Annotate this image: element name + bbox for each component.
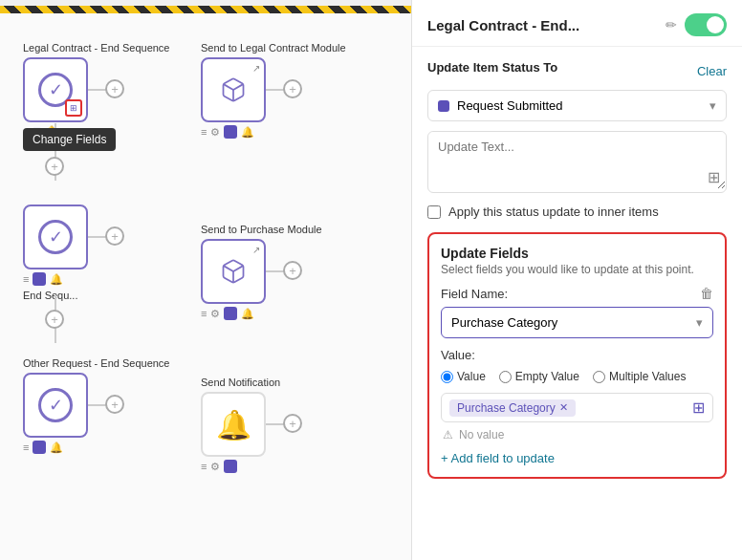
bell-icon-2[interactable]: 🔔 [50,273,63,286]
bell-node-icon: 🔔 [216,408,251,442]
settings-icon-5[interactable]: ⚙ [210,308,220,320]
field-name-dropdown[interactable]: Purchase Category ▾ [441,307,713,338]
toggle-knob [707,16,724,33]
bell-icon-3[interactable]: 🔔 [50,442,63,454]
node-label-1: Legal Contract - End Sequence [23,42,170,54]
filter-icon-4[interactable]: ≡ [201,126,207,138]
radio-group: Value Empty Value Multiple Values [441,370,713,383]
color-dot-4[interactable] [224,125,237,139]
status-value: Request Submitted [457,98,563,113]
color-dot-3[interactable] [33,441,46,454]
field-chevron-icon: ▾ [696,315,703,330]
connector-plus-6[interactable]: + [283,414,302,433]
check-icon-3: ✓ [38,388,73,422]
panel-title: Legal Contract - End... [427,17,658,33]
field-name-row: Field Name: 🗑 [441,286,713,301]
trash-icon[interactable]: 🗑 [700,286,713,301]
tag-chip: Purchase Category ✕ [449,399,576,417]
check-icon-2: ✓ [38,220,73,254]
bell-icon-5[interactable]: 🔔 [241,308,254,320]
edit-icon[interactable]: ✏ [666,17,677,32]
update-text-input[interactable] [428,132,726,189]
vplus-1[interactable]: + [45,157,64,176]
right-body: Update Item Status To Clear Request Subm… [412,47,742,560]
canvas-panel: Legal Contract - End Sequence ✓ ⊞ + ≡ ⊞ … [0,0,411,560]
settings-icon-6[interactable]: ⚙ [210,461,220,473]
canvas-area: Legal Contract - End Sequence ✓ ⊞ + ≡ ⊞ … [0,13,411,560]
no-value-row: ⚠ No value [441,428,713,442]
filter-icon-5[interactable]: ≡ [201,308,207,319]
expand-icon[interactable]: ⊞ [708,168,720,186]
settings-icon-4[interactable]: ⚙ [210,126,220,139]
node-group-6: Send Notification 🔔 + ≡ ⚙ [201,377,280,473]
add-field-link[interactable]: + Add field to update [441,451,713,465]
node-label-4: Send to Legal Contract Module [201,42,346,54]
bell-icon-4[interactable]: 🔔 [241,126,254,139]
toggle-switch[interactable] [685,13,727,36]
warning-stripe [0,6,411,13]
node-toolbar-3: ≡ 🔔 [23,441,169,454]
filter-icon-6[interactable]: ≡ [201,461,207,472]
radio-option-multiple[interactable]: Multiple Values [593,370,686,383]
node-group-3: Other Request - End Sequence ✓ + ≡ 🔔 [23,357,169,454]
change-fields-tooltip: Change Fields [23,128,116,151]
checkbox-row: Apply this status update to inner items [427,205,727,219]
value-label: Value: [441,348,713,362]
tag-close-icon[interactable]: ✕ [559,401,568,414]
update-fields-box: Update Fields Select fields you would li… [427,232,727,479]
field-name-value: Purchase Category [451,315,557,330]
node-box-3[interactable]: ✓ [23,373,88,438]
node-box-4[interactable]: ↗ [201,57,266,122]
update-fields-desc: Select fields you would like to update a… [441,263,713,276]
radio-input-empty[interactable] [499,371,512,383]
node-toolbar-4: ≡ ⚙ 🔔 [201,125,346,139]
connector-plus-5[interactable]: + [283,261,302,280]
clear-button[interactable]: Clear [697,64,727,78]
node-toolbar-5: ≡ ⚙ 🔔 [201,307,322,320]
module-icon-4 [220,76,247,103]
node-label-5: Send to Purchase Module [201,224,322,235]
radio-input-value[interactable] [441,371,453,383]
tag-input-row: Purchase Category ✕ ⊞ [441,393,713,422]
color-dot-6[interactable] [224,460,237,473]
node-label-6: Send Notification [201,377,280,388]
node-group-5: Send to Purchase Module ↗ + ≡ ⚙ 🔔 [201,224,322,320]
radio-label-multiple: Multiple Values [609,370,686,383]
right-panel: Legal Contract - End... ✏ Update Item St… [411,0,742,560]
node-box-1[interactable]: ✓ ⊞ [23,57,88,122]
radio-option-empty[interactable]: Empty Value [499,370,579,383]
color-dot-2[interactable] [33,272,46,286]
connector-plus-1[interactable]: + [105,79,124,98]
connector-plus-4[interactable]: + [283,79,302,98]
connector-plus-3[interactable]: + [105,395,124,414]
vplus-2[interactable]: + [45,310,64,329]
radio-option-value[interactable]: Value [441,370,486,383]
node-toolbar-2: ≡ 🔔 [23,272,88,286]
node-box-2[interactable]: ✓ [23,205,88,269]
node-group-4: Send to Legal Contract Module ↗ + ≡ ⚙ 🔔 [201,42,346,139]
status-section-row: Update Item Status To Clear [427,60,727,82]
radio-input-multiple[interactable] [593,371,605,383]
right-header: Legal Contract - End... ✏ [412,0,742,47]
radio-label-empty: Empty Value [515,370,579,383]
inner-items-checkbox[interactable] [427,205,441,219]
connector-plus-2[interactable]: + [105,226,124,246]
node-toolbar-6: ≡ ⚙ [201,460,280,473]
status-section-label: Update Item Status To [427,60,557,75]
status-dot [438,100,449,112]
tag-input-icon[interactable]: ⊞ [692,398,705,417]
update-fields-title: Update Fields [441,246,713,261]
field-name-label: Field Name: [441,287,508,301]
change-fields-button[interactable]: ⊞ [65,99,82,117]
textarea-wrap: ⊞ [427,131,727,193]
filter-icon-3[interactable]: ≡ [23,442,29,453]
node-box-5[interactable]: ↗ [201,239,266,304]
filter-icon-2[interactable]: ≡ [23,273,29,285]
no-value-text: No value [459,428,504,442]
status-dropdown[interactable]: Request Submitted ▾ [427,90,727,121]
radio-label-value: Value [457,370,486,383]
node-box-6[interactable]: 🔔 [201,392,266,457]
node-group-2: ✓ + ≡ 🔔 End Sequ... [23,205,88,305]
warning-icon: ⚠ [443,428,453,442]
color-dot-5[interactable] [224,307,237,320]
